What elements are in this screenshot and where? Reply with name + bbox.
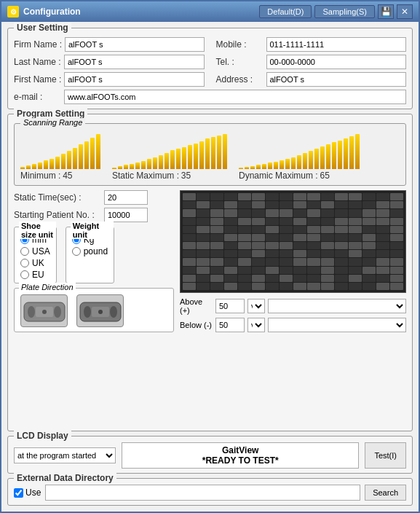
sensor-cell — [335, 275, 348, 282]
sensor-cell — [252, 267, 265, 274]
svg-point-2 — [54, 306, 61, 318]
address-input[interactable] — [266, 72, 407, 87]
weight-unit-group: Weight unit Kg pound — [66, 227, 114, 283]
sensor-cell — [238, 258, 251, 265]
sensor-cell — [390, 275, 403, 282]
sensor-cell — [252, 218, 265, 225]
program-body: Static Time(sec) : Starting Patient No. … — [14, 190, 406, 332]
first-name-label: First Name : — [14, 74, 61, 85]
program-setting-section: Program Setting Scanning Range Minimum :… — [7, 114, 413, 431]
use-checkbox[interactable] — [14, 488, 23, 498]
first-name-input[interactable] — [64, 72, 204, 87]
static-time-input[interactable] — [104, 190, 148, 205]
sensor-cell — [224, 201, 237, 208]
sensor-cell — [224, 218, 237, 225]
shoe-usa-option[interactable]: USA — [20, 246, 50, 256]
sensor-cell — [376, 275, 389, 282]
below-input[interactable] — [215, 318, 245, 332]
sensor-cell — [293, 275, 306, 282]
sensor-cell — [321, 250, 334, 257]
shoe-eu-option[interactable]: EU — [20, 270, 50, 280]
use-checkbox-label[interactable]: Use — [14, 487, 41, 498]
sensor-cell — [349, 226, 362, 233]
sensor-cell — [252, 258, 265, 265]
sensor-cell — [280, 201, 293, 208]
sensor-cell — [183, 209, 196, 216]
sensor-cell — [280, 193, 293, 200]
lcd-display-box: GaitView *READY TO TEST* — [122, 442, 359, 469]
sensor-cell — [349, 201, 362, 208]
above-v-select[interactable]: v — [247, 299, 265, 313]
sensor-cell — [183, 242, 196, 249]
sensor-cell — [362, 258, 376, 265]
sensor-cell — [266, 250, 279, 257]
sensor-cell — [252, 209, 265, 216]
starting-patient-input[interactable] — [104, 208, 148, 222]
test-button[interactable]: Test(I) — [365, 442, 406, 469]
sensor-cell — [307, 275, 320, 282]
sensor-cell — [321, 275, 334, 282]
plate-image-1[interactable] — [20, 294, 68, 327]
sensor-cell — [376, 226, 389, 233]
mobile-input[interactable] — [266, 37, 407, 52]
below-dropdown[interactable] — [268, 318, 406, 332]
sensor-cell — [266, 267, 279, 274]
directory-input[interactable] — [45, 485, 360, 501]
sensor-cell — [307, 250, 320, 257]
sensor-cell — [252, 275, 265, 282]
tel-input[interactable] — [266, 55, 407, 69]
program-right-panel: Above (+) v Below (-) — [180, 190, 406, 332]
min-chart: Minimum : 45 — [20, 133, 100, 181]
sensor-cell — [307, 283, 320, 290]
plate-direction-section: Plate Direction — [14, 288, 174, 332]
last-name-input[interactable] — [64, 55, 205, 69]
sensor-cell — [210, 275, 223, 282]
sensor-cell — [224, 209, 237, 216]
sensor-cell — [335, 201, 348, 208]
sensor-cell — [293, 267, 306, 274]
sensor-cell — [210, 209, 223, 216]
sensor-cell — [293, 218, 306, 225]
sensor-cell — [280, 283, 293, 290]
sensor-cell — [266, 242, 279, 249]
sensor-cell — [210, 201, 223, 208]
below-v-select[interactable]: v — [247, 318, 265, 332]
firm-name-input[interactable] — [65, 37, 205, 52]
search-button[interactable]: Search — [365, 485, 406, 501]
sensor-cell — [210, 258, 223, 265]
email-input[interactable] — [64, 90, 406, 104]
sampling-button[interactable]: Sampling(S) — [314, 5, 375, 18]
title-bar: ⚙ Configuration Default(D) Sampling(S) 💾… — [1, 1, 419, 22]
above-dropdown[interactable] — [268, 299, 406, 313]
sensor-cell — [390, 218, 403, 225]
sensor-cell — [197, 234, 210, 241]
sensor-cell — [293, 283, 306, 290]
use-label: Use — [25, 487, 41, 498]
sensor-cell — [349, 234, 362, 241]
weight-pound-option[interactable]: pound — [72, 246, 108, 256]
sensor-cell — [362, 209, 376, 216]
static-label: Static Maximum : 35 — [112, 171, 191, 181]
sensor-cell — [362, 226, 376, 233]
sensor-cell — [183, 283, 196, 290]
sensor-cell — [349, 193, 362, 200]
sensor-cell — [321, 234, 334, 241]
sensor-cell — [376, 201, 389, 208]
close-button[interactable]: ✕ — [397, 4, 413, 19]
sensor-cell — [197, 201, 210, 208]
shoe-uk-option[interactable]: UK — [20, 258, 50, 268]
save-button[interactable]: 💾 — [378, 4, 394, 19]
sensor-cell — [183, 193, 196, 200]
sensor-cell — [197, 242, 210, 249]
dynamic-chart: Dynamic Maximum : 65 — [239, 133, 360, 181]
lcd-dropdown[interactable]: at the program started — [14, 447, 116, 463]
above-input[interactable] — [215, 299, 245, 313]
first-name-row: First Name : — [14, 72, 205, 87]
sensor-cell — [266, 275, 279, 282]
plate-image-2[interactable] — [76, 294, 124, 327]
sensor-cell — [335, 234, 348, 241]
default-button[interactable]: Default(D) — [259, 5, 312, 18]
sensor-cell — [280, 275, 293, 282]
sensor-cell — [210, 283, 223, 290]
user-setting-form: Firm Name : Mobile : Last Name : Tel. : … — [14, 37, 406, 87]
